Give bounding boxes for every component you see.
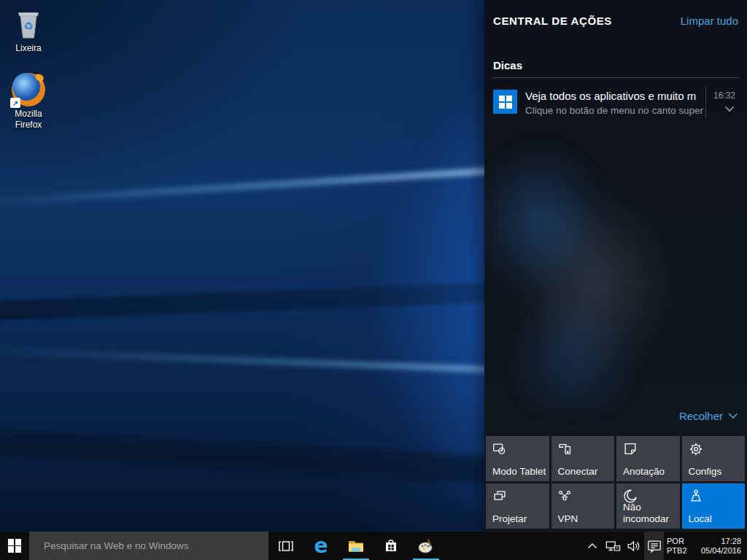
quick-action-label: Conectar (558, 466, 613, 478)
quick-action-label: Local (689, 513, 743, 525)
taskbar-spacer (444, 532, 583, 560)
edge-button[interactable]: e (303, 532, 338, 560)
settings-gear-icon (688, 441, 704, 457)
chevron-down-icon[interactable] (724, 106, 735, 112)
edge-icon: e (314, 536, 328, 556)
collapse-button[interactable]: Recolher (679, 410, 738, 422)
windows-start-icon (8, 539, 22, 553)
wallpaper-beam (0, 281, 533, 322)
divider (705, 86, 706, 118)
quick-action-tablet-mode[interactable]: Modo Tablet (486, 436, 549, 481)
quick-action-label: Anotação (623, 466, 678, 478)
quick-action-vpn[interactable]: VPN (551, 483, 615, 529)
store-button[interactable] (374, 532, 409, 560)
note-icon (622, 441, 638, 457)
search-input[interactable] (29, 540, 268, 551)
quick-action-label: Projetar (492, 513, 547, 525)
notification-time: 16:32 (713, 90, 735, 101)
desktop-icon-firefox[interactable]: ↗ Mozilla Firefox (1, 71, 56, 131)
quick-actions-grid: Modo Tablet Conectar Anotação (486, 436, 745, 529)
wallpaper-beam (0, 347, 525, 374)
firefox-label: Mozilla Firefox (1, 109, 56, 131)
language-code: POR (667, 537, 694, 545)
blurred-wallpaper-logo (484, 149, 685, 405)
action-center-icon (646, 538, 662, 554)
project-icon (492, 489, 508, 505)
clear-all-button[interactable]: Limpar tudo (681, 15, 738, 27)
desktop-icon-recycle-bin[interactable]: ♻ Lixeira (1, 6, 56, 54)
action-center-panel: CENTRAL DE AÇÕES Limpar tudo Dicas Veja … (484, 0, 747, 532)
quick-action-quiet-hours[interactable]: Não incomodar (616, 483, 680, 529)
keyboard-layout-code: PTB2 (667, 546, 694, 555)
chevron-up-icon (587, 542, 597, 549)
time-text: 17:28 (694, 537, 741, 545)
quick-action-note[interactable]: Anotação (616, 436, 680, 481)
task-view-button[interactable] (268, 532, 303, 560)
chevron-down-icon (728, 413, 738, 419)
wallpaper-beam (0, 428, 540, 486)
action-center-button[interactable] (644, 532, 664, 560)
file-explorer-button[interactable] (338, 532, 374, 560)
volume-icon (626, 538, 642, 554)
recycle-bin-icon: ♻ (1, 6, 56, 41)
start-button[interactable] (0, 532, 29, 560)
store-icon (382, 537, 400, 556)
notification-title: Veja todos os aplicativos e muito m (525, 90, 705, 102)
show-hidden-icons-button[interactable] (583, 532, 602, 560)
network-icon (605, 538, 621, 554)
taskbar: e (0, 532, 747, 560)
action-center-title: CENTRAL DE AÇÕES (493, 15, 612, 27)
location-icon (688, 489, 704, 505)
tablet-mode-icon (492, 441, 508, 457)
connect-icon (557, 441, 573, 457)
svg-text:♻: ♻ (23, 20, 33, 32)
date-text: 05/04/2016 (694, 546, 741, 555)
notification-group-title: Dicas (493, 59, 522, 71)
file-explorer-icon (347, 537, 365, 556)
quick-action-connect[interactable]: Conectar (551, 436, 615, 481)
taskbar-search-box[interactable] (29, 532, 268, 560)
notification-subtitle: Clique no botão de menu no canto super (525, 105, 705, 116)
volume-button[interactable] (624, 532, 644, 560)
language-indicator[interactable]: POR PTB2 (664, 532, 694, 560)
quick-action-settings[interactable]: Configs (682, 436, 746, 481)
quick-action-label: VPN (558, 513, 613, 525)
quick-action-label: Modo Tablet (492, 466, 547, 478)
divider (493, 77, 740, 78)
notification-item[interactable]: Veja todos os aplicativos e muito m Cliq… (484, 81, 747, 125)
shortcut-arrow-icon: ↗ (10, 98, 20, 108)
system-tray: POR PTB2 17:28 05/04/2016 (583, 532, 747, 560)
task-view-icon (277, 537, 295, 555)
paint-icon (417, 537, 436, 556)
quick-action-label: Não incomodar (623, 502, 678, 525)
paint-button[interactable] (409, 532, 444, 560)
quick-action-project[interactable]: Projetar (486, 483, 549, 529)
vpn-icon (557, 489, 573, 505)
firefox-icon: ↗ (1, 71, 56, 106)
quick-action-location[interactable]: Local (682, 483, 746, 529)
wallpaper-beam (0, 164, 540, 208)
quick-action-label: Configs (689, 466, 743, 478)
collapse-label: Recolher (679, 410, 723, 422)
clock[interactable]: 17:28 05/04/2016 (694, 532, 747, 560)
network-button[interactable] (602, 532, 624, 560)
recycle-bin-label: Lixeira (1, 43, 56, 54)
windows-logo-icon (493, 90, 517, 114)
